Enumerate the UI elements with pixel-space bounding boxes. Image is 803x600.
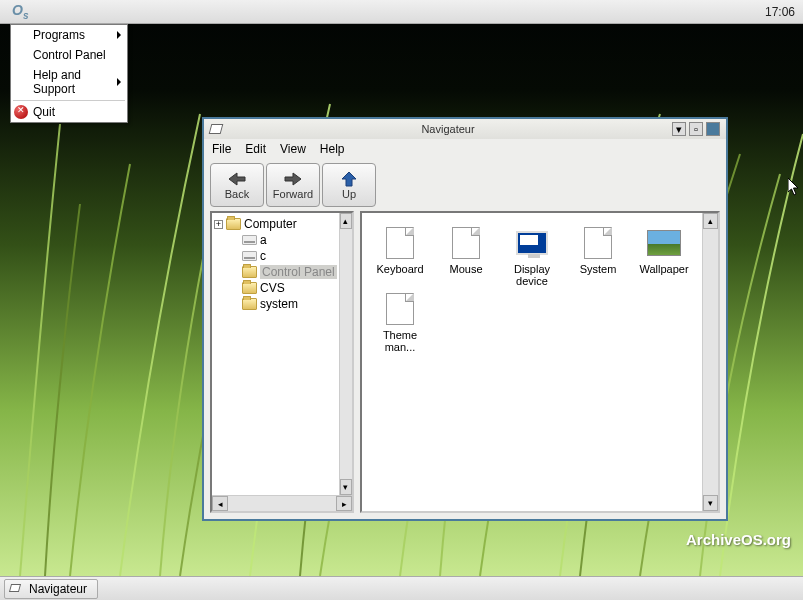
icon-grid[interactable]: Keyboard Mouse Display device System xyxy=(362,213,702,511)
icon-system[interactable]: System xyxy=(568,225,628,287)
scroll-left-icon[interactable]: ◂ xyxy=(212,496,228,511)
menu-programs[interactable]: Programs xyxy=(11,25,127,45)
arrow-up-icon xyxy=(339,171,359,187)
menu-edit[interactable]: Edit xyxy=(245,142,266,156)
close-button[interactable] xyxy=(706,122,720,136)
drive-icon xyxy=(242,251,257,261)
menu-quit[interactable]: Quit xyxy=(11,102,127,122)
scroll-down-icon[interactable]: ▾ xyxy=(340,479,352,495)
tree-item-control-panel[interactable]: Control Panel xyxy=(214,264,337,280)
icon-wallpaper[interactable]: Wallpaper xyxy=(634,225,694,287)
watermark: ArchiveOS.org xyxy=(686,531,791,548)
menu-view[interactable]: View xyxy=(280,142,306,156)
tree-root-computer[interactable]: + Computer xyxy=(214,216,337,232)
tree-item-a[interactable]: a xyxy=(214,232,337,248)
scroll-up-icon[interactable]: ▴ xyxy=(703,213,718,229)
folder-icon xyxy=(242,298,257,310)
titlebar[interactable]: Navigateur ▾ ▫ xyxy=(204,119,726,139)
window-sys-icon[interactable] xyxy=(210,124,224,134)
app-icon xyxy=(10,584,24,594)
icon-panel: Keyboard Mouse Display device System xyxy=(360,211,720,513)
folder-icon xyxy=(226,218,241,230)
tree-panel: + Computer a c Control Panel xyxy=(210,211,354,513)
menu-separator xyxy=(13,100,125,101)
taskbar-app-navigateur[interactable]: Navigateur xyxy=(4,579,98,599)
menu-help[interactable]: Help xyxy=(320,142,345,156)
top-panel: Os 17:06 xyxy=(0,0,803,24)
expander-icon[interactable]: + xyxy=(214,220,223,229)
clock: 17:06 xyxy=(765,5,795,19)
menu-file[interactable]: File xyxy=(212,142,231,156)
forward-button[interactable]: Forward xyxy=(266,163,320,207)
wallpaper-icon xyxy=(647,230,681,256)
scroll-up-icon[interactable]: ▴ xyxy=(340,213,352,229)
icon-display-device[interactable]: Display device xyxy=(502,225,562,287)
tree-item-system[interactable]: system xyxy=(214,296,337,312)
quit-icon xyxy=(14,105,28,119)
file-icon xyxy=(452,227,480,259)
drive-icon xyxy=(242,235,257,245)
menubar: File Edit View Help xyxy=(204,139,726,159)
icon-theme-manager[interactable]: Theme man... xyxy=(370,291,430,353)
folder-icon xyxy=(242,282,257,294)
tree-vscroll[interactable]: ▴ ▾ xyxy=(339,213,352,495)
tree-item-cvs[interactable]: CVS xyxy=(214,280,337,296)
tree-hscroll[interactable]: ◂ ▸ xyxy=(212,495,352,511)
file-icon xyxy=(386,293,414,325)
navigateur-window: Navigateur ▾ ▫ File Edit View Help Back … xyxy=(202,117,728,521)
up-button[interactable]: Up xyxy=(322,163,376,207)
iconview-vscroll[interactable]: ▴ ▾ xyxy=(702,213,718,511)
os-logo[interactable]: Os xyxy=(12,2,28,21)
start-menu: Programs Control Panel Help and Support … xyxy=(10,24,128,123)
scroll-right-icon[interactable]: ▸ xyxy=(336,496,352,511)
icon-mouse[interactable]: Mouse xyxy=(436,225,496,287)
window-title: Navigateur xyxy=(224,123,672,135)
taskbar: Navigateur xyxy=(0,576,803,600)
tree-item-c[interactable]: c xyxy=(214,248,337,264)
icon-keyboard[interactable]: Keyboard xyxy=(370,225,430,287)
back-button[interactable]: Back xyxy=(210,163,264,207)
folder-icon xyxy=(242,266,257,278)
menu-control-panel[interactable]: Control Panel xyxy=(11,45,127,65)
arrow-left-icon xyxy=(227,171,247,187)
minimize-button[interactable]: ▾ xyxy=(672,122,686,136)
toolbar: Back Forward Up xyxy=(204,159,726,211)
maximize-button[interactable]: ▫ xyxy=(689,122,703,136)
scroll-down-icon[interactable]: ▾ xyxy=(703,495,718,511)
file-icon xyxy=(584,227,612,259)
file-icon xyxy=(386,227,414,259)
arrow-right-icon xyxy=(283,171,303,187)
menu-help-support[interactable]: Help and Support xyxy=(11,65,127,99)
tree-view[interactable]: + Computer a c Control Panel xyxy=(212,213,339,495)
monitor-icon xyxy=(516,231,548,255)
